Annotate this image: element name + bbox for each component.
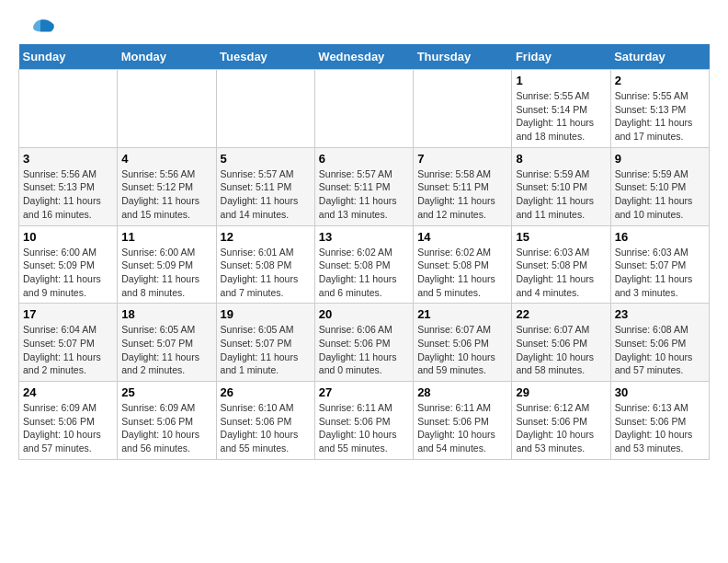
day-number: 1 — [516, 74, 606, 87]
day-number: 15 — [516, 230, 606, 244]
day-info: Sunrise: 6:02 AMSunset: 5:08 PMDaylight:… — [417, 246, 507, 300]
calendar-cell: 26Sunrise: 6:10 AMSunset: 5:06 PMDayligh… — [216, 382, 314, 460]
weekday-header-friday: Friday — [512, 44, 610, 70]
day-number: 20 — [319, 307, 409, 321]
day-number: 29 — [516, 385, 606, 399]
calendar-cell — [19, 70, 118, 148]
day-number: 9 — [615, 152, 705, 166]
day-info: Sunrise: 5:56 AMSunset: 5:12 PMDaylight:… — [121, 167, 211, 222]
calendar-cell: 19Sunrise: 6:05 AMSunset: 5:07 PMDayligh… — [216, 304, 314, 382]
day-info: Sunrise: 6:11 AMSunset: 5:06 PMDaylight:… — [319, 401, 409, 455]
calendar-cell: 8Sunrise: 5:59 AMSunset: 5:10 PMDaylight… — [512, 147, 610, 225]
calendar-cell: 29Sunrise: 6:12 AMSunset: 5:06 PMDayligh… — [512, 382, 610, 460]
calendar-cell: 17Sunrise: 6:04 AMSunset: 5:07 PMDayligh… — [19, 304, 118, 382]
weekday-header-saturday: Saturday — [610, 44, 709, 70]
weekday-header-wednesday: Wednesday — [314, 44, 413, 70]
day-number: 2 — [615, 74, 705, 87]
logo-icon — [18, 18, 55, 33]
day-info: Sunrise: 5:55 AMSunset: 5:14 PMDaylight:… — [516, 89, 606, 144]
calendar-cell: 24Sunrise: 6:09 AMSunset: 5:06 PMDayligh… — [19, 382, 118, 460]
day-number: 22 — [516, 307, 606, 321]
day-info: Sunrise: 6:06 AMSunset: 5:06 PMDaylight:… — [319, 323, 409, 377]
calendar-week-row: 3Sunrise: 5:56 AMSunset: 5:13 PMDaylight… — [19, 147, 710, 225]
page-header — [18, 18, 710, 35]
day-info: Sunrise: 5:56 AMSunset: 5:13 PMDaylight:… — [23, 167, 113, 222]
day-number: 14 — [417, 230, 507, 244]
calendar-table: SundayMondayTuesdayWednesdayThursdayFrid… — [18, 44, 710, 460]
calendar-cell: 3Sunrise: 5:56 AMSunset: 5:13 PMDaylight… — [19, 147, 118, 225]
day-info: Sunrise: 5:59 AMSunset: 5:10 PMDaylight:… — [516, 167, 606, 222]
day-number: 24 — [23, 385, 113, 399]
day-number: 28 — [417, 385, 507, 399]
day-info: Sunrise: 6:10 AMSunset: 5:06 PMDaylight:… — [221, 401, 311, 455]
day-info: Sunrise: 6:05 AMSunset: 5:07 PMDaylight:… — [221, 323, 311, 377]
day-info: Sunrise: 6:07 AMSunset: 5:06 PMDaylight:… — [417, 323, 507, 377]
day-number: 19 — [221, 307, 311, 321]
day-info: Sunrise: 6:08 AMSunset: 5:06 PMDaylight:… — [615, 323, 705, 377]
calendar-cell: 12Sunrise: 6:01 AMSunset: 5:08 PMDayligh… — [216, 225, 314, 304]
calendar-cell: 6Sunrise: 5:57 AMSunset: 5:11 PMDaylight… — [314, 147, 413, 225]
day-number: 17 — [23, 307, 113, 321]
day-number: 4 — [121, 152, 211, 166]
calendar-cell: 21Sunrise: 6:07 AMSunset: 5:06 PMDayligh… — [414, 304, 512, 382]
day-info: Sunrise: 6:11 AMSunset: 5:06 PMDaylight:… — [417, 401, 507, 455]
calendar-week-row: 17Sunrise: 6:04 AMSunset: 5:07 PMDayligh… — [19, 304, 710, 382]
day-info: Sunrise: 6:04 AMSunset: 5:07 PMDaylight:… — [23, 323, 113, 377]
day-info: Sunrise: 6:07 AMSunset: 5:06 PMDaylight:… — [516, 323, 606, 377]
day-number: 16 — [615, 230, 705, 244]
weekday-header-thursday: Thursday — [414, 44, 512, 70]
weekday-header-row: SundayMondayTuesdayWednesdayThursdayFrid… — [19, 44, 710, 70]
calendar-cell: 15Sunrise: 6:03 AMSunset: 5:08 PMDayligh… — [512, 225, 610, 304]
calendar-cell: 1Sunrise: 5:55 AMSunset: 5:14 PMDaylight… — [512, 70, 610, 148]
calendar-cell: 30Sunrise: 6:13 AMSunset: 5:06 PMDayligh… — [610, 382, 709, 460]
day-info: Sunrise: 6:13 AMSunset: 5:06 PMDaylight:… — [615, 401, 705, 455]
weekday-header-tuesday: Tuesday — [216, 44, 314, 70]
day-info: Sunrise: 6:02 AMSunset: 5:08 PMDaylight:… — [319, 246, 409, 300]
weekday-header-monday: Monday — [118, 44, 216, 70]
day-info: Sunrise: 5:57 AMSunset: 5:11 PMDaylight:… — [221, 167, 311, 222]
calendar-cell: 9Sunrise: 5:59 AMSunset: 5:10 PMDaylight… — [610, 147, 709, 225]
day-info: Sunrise: 6:03 AMSunset: 5:08 PMDaylight:… — [516, 246, 606, 300]
calendar-cell: 28Sunrise: 6:11 AMSunset: 5:06 PMDayligh… — [414, 382, 512, 460]
calendar-cell: 16Sunrise: 6:03 AMSunset: 5:07 PMDayligh… — [610, 225, 709, 304]
day-number: 21 — [417, 307, 507, 321]
day-number: 7 — [417, 152, 507, 166]
calendar-cell: 13Sunrise: 6:02 AMSunset: 5:08 PMDayligh… — [314, 225, 413, 304]
calendar-cell: 18Sunrise: 6:05 AMSunset: 5:07 PMDayligh… — [118, 304, 216, 382]
logo — [18, 18, 55, 35]
calendar-week-row: 24Sunrise: 6:09 AMSunset: 5:06 PMDayligh… — [19, 382, 710, 460]
day-info: Sunrise: 6:09 AMSunset: 5:06 PMDaylight:… — [23, 401, 113, 455]
calendar-week-row: 1Sunrise: 5:55 AMSunset: 5:14 PMDaylight… — [19, 70, 710, 148]
day-number: 30 — [615, 385, 705, 399]
day-number: 11 — [121, 230, 211, 244]
calendar-cell: 14Sunrise: 6:02 AMSunset: 5:08 PMDayligh… — [414, 225, 512, 304]
calendar-week-row: 10Sunrise: 6:00 AMSunset: 5:09 PMDayligh… — [19, 225, 710, 304]
calendar-cell: 22Sunrise: 6:07 AMSunset: 5:06 PMDayligh… — [512, 304, 610, 382]
calendar-cell — [414, 70, 512, 148]
day-info: Sunrise: 6:01 AMSunset: 5:08 PMDaylight:… — [221, 246, 311, 300]
calendar-cell — [118, 70, 216, 148]
day-number: 8 — [516, 152, 606, 166]
day-info: Sunrise: 6:03 AMSunset: 5:07 PMDaylight:… — [615, 246, 705, 300]
calendar-cell: 20Sunrise: 6:06 AMSunset: 5:06 PMDayligh… — [314, 304, 413, 382]
calendar-cell: 5Sunrise: 5:57 AMSunset: 5:11 PMDaylight… — [216, 147, 314, 225]
day-info: Sunrise: 6:09 AMSunset: 5:06 PMDaylight:… — [121, 401, 211, 455]
calendar-cell: 2Sunrise: 5:55 AMSunset: 5:13 PMDaylight… — [610, 70, 709, 148]
day-number: 10 — [23, 230, 113, 244]
calendar-cell: 4Sunrise: 5:56 AMSunset: 5:12 PMDaylight… — [118, 147, 216, 225]
day-number: 3 — [23, 152, 113, 166]
calendar-cell: 25Sunrise: 6:09 AMSunset: 5:06 PMDayligh… — [118, 382, 216, 460]
calendar-cell: 23Sunrise: 6:08 AMSunset: 5:06 PMDayligh… — [610, 304, 709, 382]
day-number: 26 — [221, 385, 311, 399]
day-info: Sunrise: 5:57 AMSunset: 5:11 PMDaylight:… — [319, 167, 409, 222]
day-info: Sunrise: 5:59 AMSunset: 5:10 PMDaylight:… — [615, 167, 705, 222]
day-info: Sunrise: 6:05 AMSunset: 5:07 PMDaylight:… — [121, 323, 211, 377]
day-info: Sunrise: 6:00 AMSunset: 5:09 PMDaylight:… — [23, 246, 113, 300]
calendar-cell: 7Sunrise: 5:58 AMSunset: 5:11 PMDaylight… — [414, 147, 512, 225]
calendar-cell: 10Sunrise: 6:00 AMSunset: 5:09 PMDayligh… — [19, 225, 118, 304]
day-number: 5 — [221, 152, 311, 166]
calendar-cell — [216, 70, 314, 148]
day-info: Sunrise: 5:58 AMSunset: 5:11 PMDaylight:… — [417, 167, 507, 222]
day-number: 27 — [319, 385, 409, 399]
calendar-cell — [314, 70, 413, 148]
